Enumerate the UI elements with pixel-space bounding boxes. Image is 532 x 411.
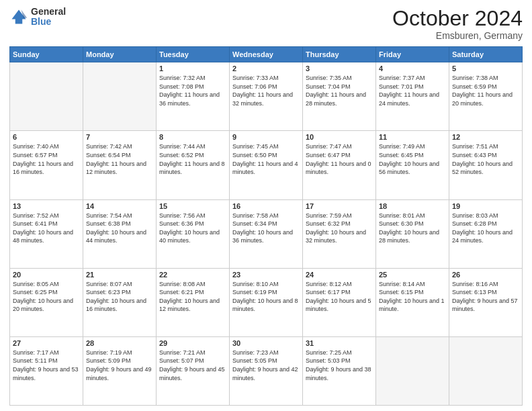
location-subtitle: Emsburen, Germany: [392, 30, 523, 41]
day-number: 20: [13, 271, 80, 279]
calendar-cell: [376, 336, 449, 405]
day-number: 2: [232, 64, 300, 73]
day-number: 10: [306, 133, 373, 141]
day-number: 3: [306, 64, 373, 73]
day-info: Sunrise: 7:32 AM Sunset: 7:08 PM Dayligh…: [159, 74, 226, 107]
day-number: 8: [159, 133, 226, 141]
day-info: Sunrise: 8:12 AM Sunset: 6:17 PM Dayligh…: [306, 280, 373, 314]
day-number: 7: [86, 133, 153, 141]
day-number: 15: [159, 202, 226, 210]
calendar-header-row: Sunday Monday Tuesday Wednesday Thursday…: [10, 47, 523, 62]
calendar-cell: 11Sunrise: 7:49 AM Sunset: 6:45 PM Dayli…: [376, 131, 449, 199]
calendar-cell: 12Sunrise: 7:51 AM Sunset: 6:43 PM Dayli…: [449, 131, 523, 199]
calendar-cell: 21Sunrise: 8:07 AM Sunset: 6:23 PM Dayli…: [83, 268, 157, 336]
day-number: 13: [13, 202, 80, 210]
calendar-week-3: 13Sunrise: 7:52 AM Sunset: 6:41 PM Dayli…: [10, 199, 523, 268]
calendar-week-5: 27Sunrise: 7:17 AM Sunset: 5:11 PM Dayli…: [10, 336, 523, 405]
day-number: 4: [379, 64, 446, 73]
day-info: Sunrise: 7:23 AM Sunset: 5:05 PM Dayligh…: [232, 349, 300, 382]
col-monday: Monday: [83, 47, 157, 62]
day-info: Sunrise: 7:51 AM Sunset: 6:43 PM Dayligh…: [452, 142, 519, 176]
day-number: 1: [159, 64, 226, 73]
calendar-cell: 4Sunrise: 7:37 AM Sunset: 7:01 PM Daylig…: [376, 62, 449, 131]
calendar-cell: [83, 62, 157, 131]
day-info: Sunrise: 8:01 AM Sunset: 6:30 PM Dayligh…: [379, 212, 446, 245]
col-wednesday: Wednesday: [230, 47, 303, 62]
logo: General Blue: [9, 7, 66, 28]
day-number: 27: [13, 339, 80, 347]
day-info: Sunrise: 7:35 AM Sunset: 7:04 PM Dayligh…: [306, 74, 373, 107]
day-info: Sunrise: 7:56 AM Sunset: 6:36 PM Dayligh…: [159, 212, 226, 245]
calendar-week-1: 1Sunrise: 7:32 AM Sunset: 7:08 PM Daylig…: [10, 62, 523, 131]
calendar-cell: 30Sunrise: 7:23 AM Sunset: 5:05 PM Dayli…: [230, 336, 303, 405]
calendar-cell: [10, 62, 83, 131]
day-number: 29: [159, 339, 226, 347]
calendar-cell: 18Sunrise: 8:01 AM Sunset: 6:30 PM Dayli…: [376, 199, 449, 268]
day-number: 11: [379, 133, 446, 141]
calendar-cell: 15Sunrise: 7:56 AM Sunset: 6:36 PM Dayli…: [157, 199, 230, 268]
calendar-cell: 13Sunrise: 7:52 AM Sunset: 6:41 PM Dayli…: [10, 199, 83, 268]
calendar-page: General Blue October 2024 Emsburen, Germ…: [0, 0, 532, 411]
calendar-cell: 20Sunrise: 8:05 AM Sunset: 6:25 PM Dayli…: [10, 268, 83, 336]
day-info: Sunrise: 8:08 AM Sunset: 6:21 PM Dayligh…: [159, 280, 226, 314]
day-number: 21: [86, 271, 153, 279]
day-number: 6: [13, 133, 80, 141]
day-info: Sunrise: 7:47 AM Sunset: 6:47 PM Dayligh…: [306, 142, 373, 176]
day-number: 5: [452, 64, 519, 73]
day-info: Sunrise: 7:52 AM Sunset: 6:41 PM Dayligh…: [13, 212, 80, 245]
day-info: Sunrise: 7:59 AM Sunset: 6:32 PM Dayligh…: [306, 212, 373, 245]
day-number: 23: [232, 271, 300, 279]
day-number: 30: [232, 339, 300, 347]
calendar-cell: 1Sunrise: 7:32 AM Sunset: 7:08 PM Daylig…: [157, 62, 230, 131]
day-info: Sunrise: 7:54 AM Sunset: 6:38 PM Dayligh…: [86, 212, 153, 245]
day-number: 12: [452, 133, 519, 141]
calendar-cell: 23Sunrise: 8:10 AM Sunset: 6:19 PM Dayli…: [230, 268, 303, 336]
day-number: 9: [232, 133, 300, 141]
col-tuesday: Tuesday: [157, 47, 230, 62]
title-block: October 2024 Emsburen, Germany: [392, 7, 523, 41]
logo-text: General Blue: [31, 7, 66, 28]
calendar-cell: 28Sunrise: 7:19 AM Sunset: 5:09 PM Dayli…: [83, 336, 157, 405]
day-number: 24: [306, 271, 373, 279]
calendar-cell: 25Sunrise: 8:14 AM Sunset: 6:15 PM Dayli…: [376, 268, 449, 336]
day-info: Sunrise: 7:33 AM Sunset: 7:06 PM Dayligh…: [232, 74, 300, 107]
day-info: Sunrise: 7:38 AM Sunset: 6:59 PM Dayligh…: [452, 74, 519, 107]
day-number: 31: [306, 339, 373, 347]
calendar-cell: 27Sunrise: 7:17 AM Sunset: 5:11 PM Dayli…: [10, 336, 83, 405]
day-info: Sunrise: 7:40 AM Sunset: 6:57 PM Dayligh…: [13, 142, 80, 176]
day-info: Sunrise: 8:14 AM Sunset: 6:15 PM Dayligh…: [379, 280, 446, 314]
day-info: Sunrise: 8:16 AM Sunset: 6:13 PM Dayligh…: [452, 280, 519, 314]
day-info: Sunrise: 8:10 AM Sunset: 6:19 PM Dayligh…: [232, 280, 300, 314]
day-info: Sunrise: 8:07 AM Sunset: 6:23 PM Dayligh…: [86, 280, 153, 314]
calendar-cell: 7Sunrise: 7:42 AM Sunset: 6:54 PM Daylig…: [83, 131, 157, 199]
calendar-cell: 24Sunrise: 8:12 AM Sunset: 6:17 PM Dayli…: [303, 268, 376, 336]
day-number: 16: [232, 202, 300, 210]
day-number: 26: [452, 271, 519, 279]
col-sunday: Sunday: [10, 47, 83, 62]
col-friday: Friday: [376, 47, 449, 62]
calendar-cell: 3Sunrise: 7:35 AM Sunset: 7:04 PM Daylig…: [303, 62, 376, 131]
day-info: Sunrise: 8:03 AM Sunset: 6:28 PM Dayligh…: [452, 212, 519, 245]
calendar-table: Sunday Monday Tuesday Wednesday Thursday…: [9, 46, 523, 406]
day-info: Sunrise: 7:19 AM Sunset: 5:09 PM Dayligh…: [86, 349, 153, 382]
calendar-cell: 31Sunrise: 7:25 AM Sunset: 5:03 PM Dayli…: [303, 336, 376, 405]
day-number: 25: [379, 271, 446, 279]
calendar-cell: 10Sunrise: 7:47 AM Sunset: 6:47 PM Dayli…: [303, 131, 376, 199]
calendar-cell: 29Sunrise: 7:21 AM Sunset: 5:07 PM Dayli…: [157, 336, 230, 405]
day-info: Sunrise: 7:49 AM Sunset: 6:45 PM Dayligh…: [379, 142, 446, 176]
day-info: Sunrise: 7:25 AM Sunset: 5:03 PM Dayligh…: [306, 349, 373, 382]
calendar-week-2: 6Sunrise: 7:40 AM Sunset: 6:57 PM Daylig…: [10, 131, 523, 199]
day-number: 18: [379, 202, 446, 210]
day-info: Sunrise: 7:45 AM Sunset: 6:50 PM Dayligh…: [232, 142, 300, 176]
calendar-cell: 22Sunrise: 8:08 AM Sunset: 6:21 PM Dayli…: [157, 268, 230, 336]
day-info: Sunrise: 7:21 AM Sunset: 5:07 PM Dayligh…: [159, 349, 226, 382]
day-info: Sunrise: 7:42 AM Sunset: 6:54 PM Dayligh…: [86, 142, 153, 176]
calendar-cell: 8Sunrise: 7:44 AM Sunset: 6:52 PM Daylig…: [157, 131, 230, 199]
logo-blue: Blue: [31, 17, 66, 27]
calendar-cell: 19Sunrise: 8:03 AM Sunset: 6:28 PM Dayli…: [449, 199, 523, 268]
day-number: 17: [306, 202, 373, 210]
month-title: October 2024: [392, 7, 523, 30]
logo-general: General: [31, 7, 66, 17]
day-info: Sunrise: 7:44 AM Sunset: 6:52 PM Dayligh…: [159, 142, 226, 176]
day-info: Sunrise: 7:17 AM Sunset: 5:11 PM Dayligh…: [13, 349, 80, 382]
